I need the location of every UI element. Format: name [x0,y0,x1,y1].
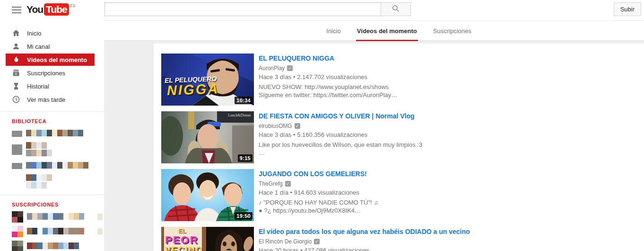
video-info: JUGANDO CON LOS GEMELIERS! TheGrefg ✓ Ha… [259,169,378,221]
verified-badge-icon: ✓ [314,239,320,244]
tab-inicio[interactable]: Inicio [325,21,341,41]
channel-link[interactable]: El Rincón De Giorgio [259,238,312,245]
thumbnail-text: PEOR [165,234,198,246]
top-header: You Tube ES Subir [0,0,644,20]
subscription-item[interactable] [12,211,104,223]
description-line: NUEVO SHOW: http://www.youplanet.es/show… [259,83,397,91]
watch-later-icon [12,95,20,104]
sidebar-divider [0,195,104,195]
video-thumbnail[interactable]: 10:34 EL PELUQUERONIGGA [161,54,254,106]
playlist-icon [12,131,22,137]
description-line: ● ?¿ https://youtu.be/Oj9Mz0X8IK4… [259,206,378,215]
search-form [104,2,411,16]
video-info: DE FIESTA CON AMIGOS Y OLIVER | Normal V… [259,111,422,163]
video-title-link[interactable]: JUGANDO CON LOS GEMELIERS! [259,170,378,178]
thumbnail-text: VECINO [165,245,203,251]
sidebar-item-label: Suscripciones [27,70,65,77]
thumbnail-text: NIGGA [166,81,219,99]
account-icon [12,42,20,51]
library-item[interactable] [12,160,104,171]
sidebar-item-ver-mas-tarde[interactable]: Ver más tarde [0,93,95,106]
search-button[interactable] [381,2,411,16]
blurred-text [27,213,84,220]
video-title-link[interactable]: DE FIESTA CON AMIGOS Y OLIVER | Normal V… [259,112,422,120]
video-info: El vídeo para todos los que alguna vez h… [259,227,470,251]
subscription-item[interactable] [12,241,104,251]
upload-button[interactable]: Subir [614,2,641,16]
blurred-text [26,150,52,156]
video-meta: Hace 3 días • 5.160.356 visualizaciones [259,131,422,138]
playlist-icon [12,163,22,169]
subscription-item[interactable] [12,226,104,237]
sidebar-item-historial[interactable]: Historial [0,80,95,93]
duration-badge: 19:50 [235,212,252,220]
subscriptions-icon [12,69,20,77]
video-description: NUEVO SHOW: http://www.youplanet.es/show… [259,83,397,99]
avatar [12,226,23,237]
video-row: 19:50 JUGANDO CON LOS GEMELIERS! TheGref… [161,169,644,221]
video-description: ♪ "PORQUE NO HAY NADIE COMO TÚ"! ♫● ?¿ h… [259,198,378,215]
video-row: 10:34 EL PELUQUERONIGGA EL PELUQUERO NIG… [161,54,644,106]
tab-videos-del-momento[interactable]: Vídeos del momento [356,21,418,41]
avatar [12,241,23,251]
hamburger-menu-icon[interactable] [12,7,21,13]
video-thumbnail[interactable]: ELPEORVECINO [161,227,254,251]
logo-tube-text: Tube [44,3,69,16]
sidebar-item-inicio[interactable]: Inicio [0,27,95,40]
blurred-text [26,142,52,149]
playlist-icon [12,144,22,155]
sidebar-item-mi-canal[interactable]: Mi canal [0,40,95,53]
video-row: ELPEORVECINO El vídeo para todos los que… [161,227,644,251]
blurred-badge [97,214,103,220]
video-title-link[interactable]: EL PELUQUERO NIGGA [259,54,397,62]
sidebar-item-suscripciones[interactable]: Suscripciones [0,66,95,80]
avatar [12,211,23,223]
video-title-link[interactable]: El vídeo para todos los que alguna vez h… [259,228,470,235]
blurred-text [26,174,52,181]
subscriptions-list [0,211,104,251]
trending-icon [12,55,20,64]
description-line: … [259,149,422,157]
blurred-text [26,162,88,169]
library-item[interactable] [12,128,104,139]
description-line: Like por los huevecillos de Wilson, que … [259,141,422,149]
library-item[interactable] [12,142,104,157]
logo-region-label: ES [70,3,76,8]
search-input[interactable] [104,2,381,16]
history-icon [12,82,20,90]
search-icon [392,5,400,14]
channel-row: TheGrefg ✓ [259,180,378,187]
sidebar-item-label: Inicio [27,30,41,37]
tab-bar: InicioVídeos del momentoSuscripciones [104,20,644,41]
sidebar-item-label: Vídeos del momento [27,56,87,63]
sidebar-nav: Inicio Mi canal Vídeos del momento Suscr… [0,20,104,106]
channel-link[interactable]: AuronPlay [259,65,285,72]
description-line: ♪ "PORQUE NO HAY NADIE COMO TÚ"! ♫ [259,198,378,206]
subscriptions-section-title: SUSCRIPCIONES [12,202,104,207]
tab-suscripciones[interactable]: Suscripciones [432,21,472,41]
channel-link[interactable]: TheGrefg [259,180,283,187]
video-meta: Hace 1 día • 914.603 visualizaciones [259,189,378,196]
blurred-text [26,130,83,136]
video-info: EL PELUQUERO NIGGA AuronPlay ✓ Hace 3 dí… [259,54,397,106]
video-meta: Hace 20 horas • 427.086 visualizaciones [259,247,470,251]
blurred-text [27,228,84,234]
video-meta: Hace 3 días • 2.147.702 visualizaciones [259,73,397,81]
blurred-badge [97,228,103,235]
sidebar-item-videos-del-momento[interactable]: Vídeos del momento [6,54,95,66]
channel-row: elrubiusOMG ✓ [259,123,422,129]
logo-you-text: You [26,3,43,16]
library-item[interactable] [12,174,104,189]
youtube-logo[interactable]: You Tube ES [26,3,76,16]
duration-badge: 10:34 [235,97,252,104]
video-thumbnail[interactable]: 9:15 Lunch&Dinner [161,111,254,163]
playlist-icon [12,179,22,185]
channel-link[interactable]: elrubiusOMG [259,123,292,129]
sidebar-divider [0,111,104,112]
home-icon [12,29,20,37]
duration-badge: 9:15 [238,154,252,162]
video-list-card: 10:34 EL PELUQUERONIGGA EL PELUQUERO NIG… [154,44,644,251]
video-thumbnail[interactable]: 19:50 [161,169,254,221]
blurred-text [26,182,52,188]
video-description: Like por los huevecillos de Wilson, que … [259,141,422,157]
